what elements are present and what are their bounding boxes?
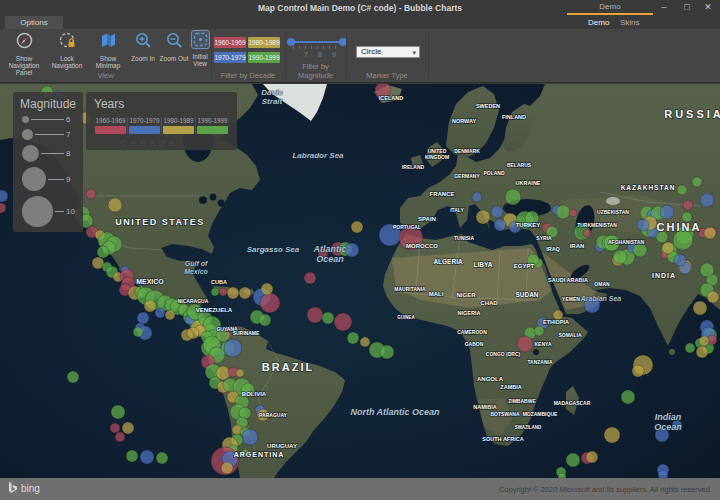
earthquake-bubble[interactable] — [696, 346, 708, 358]
magnitude-slider-thumb-min[interactable] — [287, 38, 295, 46]
decade-1970-1979-button[interactable]: 1970-1979 — [214, 52, 246, 63]
ribbon-category-demo[interactable]: Demo — [567, 2, 653, 11]
earthquake-bubble[interactable] — [583, 229, 591, 237]
earthquake-bubble[interactable] — [347, 332, 359, 344]
earthquake-bubble[interactable] — [227, 287, 239, 299]
earthquake-bubble[interactable] — [472, 192, 482, 202]
earthquake-bubble[interactable] — [700, 193, 714, 207]
earthquake-bubble[interactable] — [704, 227, 716, 239]
close-button[interactable]: ✕ — [699, 1, 717, 14]
earthquake-bubble[interactable] — [517, 336, 533, 352]
earthquake-bubble[interactable] — [637, 219, 649, 231]
earthquake-bubble[interactable] — [674, 254, 686, 266]
earthquake-bubble[interactable] — [122, 422, 134, 434]
earthquake-bubble[interactable] — [304, 272, 316, 284]
earthquake-bubble[interactable] — [586, 451, 598, 463]
earthquake-bubble[interactable] — [351, 221, 363, 233]
maximize-button[interactable]: □ — [678, 1, 696, 14]
earthquake-bubble[interactable] — [0, 203, 6, 213]
earthquake-bubble[interactable] — [683, 200, 693, 210]
earthquake-bubble[interactable] — [211, 288, 219, 296]
earthquake-bubble[interactable] — [662, 242, 674, 254]
earthquake-bubble[interactable] — [187, 327, 199, 339]
earthquake-bubble[interactable] — [658, 470, 668, 478]
country-label: FRANCE — [430, 191, 455, 197]
ocean-label: Arabian Sea — [580, 295, 622, 302]
earthquake-bubble[interactable] — [692, 177, 702, 187]
zoom-out-button[interactable]: Zoom Out — [158, 31, 190, 62]
earthquake-bubble[interactable] — [505, 189, 521, 205]
earthquake-bubble[interactable] — [534, 326, 544, 336]
earthquake-bubble[interactable] — [345, 243, 359, 257]
earthquake-bubble[interactable] — [556, 205, 570, 219]
earthquake-bubble[interactable] — [155, 308, 165, 318]
earthquake-bubble[interactable] — [660, 205, 674, 219]
map-viewport[interactable]: DavisStraitLabrador SeaSargasso SeaAtlan… — [0, 84, 720, 478]
earthquake-bubble[interactable] — [494, 219, 506, 231]
show-minimap-button[interactable]: Show Minimap — [88, 31, 128, 69]
earthquake-bubble[interactable] — [260, 293, 280, 313]
earthquake-bubble[interactable] — [140, 450, 154, 464]
earthquake-bubble[interactable] — [239, 287, 251, 299]
earthquake-bubble[interactable] — [693, 301, 707, 315]
earthquake-bubble[interactable] — [491, 206, 503, 218]
tab-skins[interactable]: Skins — [620, 16, 640, 29]
options-menu-button[interactable]: Options — [5, 16, 63, 29]
earthquake-bubble[interactable] — [165, 310, 175, 320]
earthquake-bubble[interactable] — [613, 250, 627, 264]
earthquake-bubble[interactable] — [322, 312, 334, 324]
decade-1990-1999-button[interactable]: 1990-1999 — [248, 52, 280, 63]
country-label: GERMANY — [454, 173, 480, 179]
earthquake-bubble[interactable] — [632, 365, 644, 377]
earthquake-bubble[interactable] — [137, 312, 149, 324]
earthquake-bubble[interactable] — [242, 429, 258, 445]
decade-1980-1989-button[interactable]: 1980-1989 — [248, 37, 280, 48]
earthquake-bubble[interactable] — [221, 462, 233, 474]
earthquake-bubble[interactable] — [111, 405, 125, 419]
marker-type-combobox[interactable]: Circle ▾ — [356, 46, 420, 58]
earthquake-bubble[interactable] — [380, 345, 394, 359]
earthquake-bubble[interactable] — [108, 198, 122, 212]
earthquake-bubble[interactable] — [604, 427, 620, 443]
initial-view-button[interactable]: Initial View — [190, 31, 210, 67]
show-navigation-panel-button[interactable]: Show Navigation Panel — [2, 31, 46, 76]
earthquake-bubble[interactable] — [236, 369, 244, 377]
earthquake-bubble[interactable] — [86, 189, 96, 199]
ocean-label: AtlanticOcean — [312, 244, 346, 264]
tab-demo[interactable]: Demo — [588, 16, 609, 29]
earthquake-bubble[interactable] — [156, 452, 168, 464]
earthquake-bubble[interactable] — [219, 288, 227, 296]
earthquake-bubble[interactable] — [261, 283, 273, 295]
earthquake-bubble[interactable] — [685, 343, 695, 353]
earthquake-bubble[interactable] — [133, 327, 143, 337]
earthquake-bubble[interactable] — [144, 300, 156, 312]
earthquake-bubble[interactable] — [259, 314, 271, 326]
earthquake-bubble[interactable] — [97, 246, 109, 258]
earthquake-bubble[interactable] — [307, 307, 323, 323]
country-label: SURINAME — [233, 330, 260, 336]
earthquake-bubble[interactable] — [677, 185, 687, 195]
earthquake-bubble[interactable] — [360, 337, 370, 347]
earthquake-bubble[interactable] — [110, 423, 120, 433]
earthquake-bubble[interactable] — [621, 390, 635, 404]
zoom-in-button[interactable]: Zoom In — [128, 31, 158, 62]
earthquake-bubble[interactable] — [673, 230, 693, 250]
magnitude-slider-track[interactable] — [291, 41, 343, 43]
earthquake-bubble[interactable] — [700, 263, 714, 277]
earthquake-bubble[interactable] — [126, 450, 138, 462]
earthquake-bubble[interactable] — [566, 453, 580, 467]
lock-navigation-button[interactable]: Lock Navigation — [46, 31, 88, 69]
earthquake-bubble[interactable] — [0, 190, 8, 202]
earthquake-bubble[interactable] — [633, 243, 647, 257]
earthquake-bubble[interactable] — [115, 432, 125, 442]
earthquake-bubble[interactable] — [476, 210, 490, 224]
country-label: DENMARK — [454, 148, 480, 154]
earthquake-bubble[interactable] — [67, 371, 79, 383]
earthquake-bubble[interactable] — [699, 336, 709, 346]
decade-1960-1969-button[interactable]: 1960-1969 — [214, 37, 246, 48]
earthquake-bubble[interactable] — [707, 291, 719, 303]
minimize-button[interactable]: – — [655, 1, 673, 14]
earthquake-bubble[interactable] — [334, 313, 352, 331]
earthquake-bubble[interactable] — [569, 209, 577, 217]
earthquake-bubble[interactable] — [224, 339, 242, 357]
